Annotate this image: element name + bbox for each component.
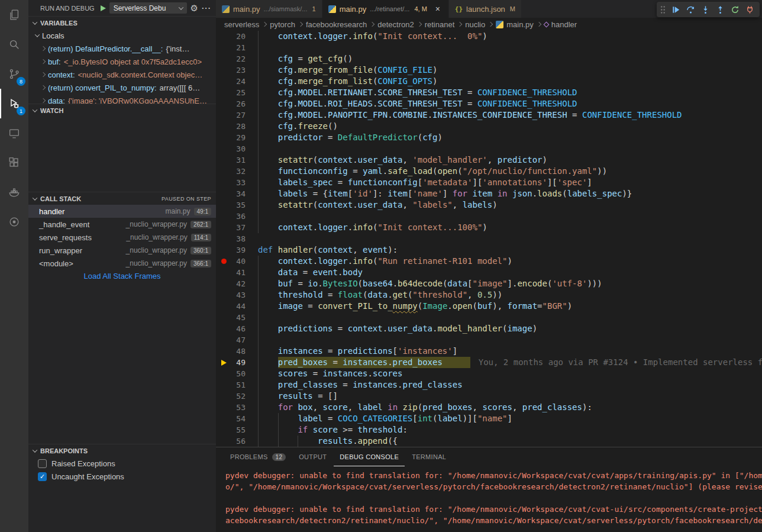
gutter-glyph-margin[interactable]	[216, 312, 231, 323]
line-number[interactable]: 39	[231, 244, 246, 256]
stack-frame[interactable]: <module>_nuclio_wrapper.py366:1	[28, 257, 216, 270]
gear-icon[interactable]: ⚙	[190, 3, 198, 14]
gutter-glyph-margin[interactable]	[216, 413, 231, 424]
panel-tab-output[interactable]: OUTPUT	[293, 447, 332, 466]
gutter-glyph-margin[interactable]	[216, 244, 231, 256]
line-number[interactable]: 21	[231, 42, 246, 53]
gutter-glyph-margin[interactable]	[216, 278, 231, 289]
line-number[interactable]: 23	[231, 65, 246, 76]
code-line[interactable]: 45	[216, 312, 762, 323]
line-number[interactable]: 33	[231, 177, 246, 188]
line-number[interactable]: 34	[231, 188, 246, 199]
code-line[interactable]: 34labels = {item['id']: item['name'] for…	[216, 188, 762, 199]
code-line[interactable]: 24cfg.merge_from_list(CONFIG_OPTS)	[216, 76, 762, 87]
stack-frame[interactable]: run_wrapper_nuclio_wrapper.py360:1	[28, 244, 216, 257]
activity-source-control[interactable]: 8	[0, 59, 28, 89]
continue-button[interactable]	[669, 3, 682, 16]
line-number[interactable]: 48	[231, 346, 246, 357]
line-number[interactable]: 36	[231, 211, 246, 222]
gutter-glyph-margin[interactable]	[216, 346, 231, 357]
gutter-glyph-margin[interactable]	[216, 98, 231, 109]
code-line[interactable]: 47	[216, 334, 762, 346]
line-number[interactable]: 44	[231, 301, 246, 312]
code-line[interactable]: 35setattr(context.user_data, "labels", l…	[216, 199, 762, 211]
call-stack-section-header[interactable]: CALL STACK PAUSED ON STEP	[28, 192, 216, 205]
breadcrumb-item-main-py[interactable]: main.py	[496, 20, 534, 29]
line-number[interactable]: 49	[231, 357, 246, 368]
code-line[interactable]: 25cfg.MODEL.RETINANET.SCORE_THRESH_TEST …	[216, 87, 762, 98]
gutter-glyph-margin[interactable]	[216, 87, 231, 98]
gutter-glyph-margin[interactable]	[216, 402, 231, 413]
gutter-glyph-margin[interactable]	[216, 436, 231, 447]
chevron-right-icon[interactable]	[41, 85, 46, 90]
line-number[interactable]: 55	[231, 424, 246, 436]
line-number[interactable]: 42	[231, 278, 246, 289]
gutter-glyph-margin[interactable]	[216, 323, 231, 334]
activity-docker[interactable]	[0, 178, 28, 207]
code-line[interactable]: 42buf = io.BytesIO(base64.b64decode(data…	[216, 278, 762, 289]
breadcrumb-item-facebookresearch[interactable]: facebookresearch	[306, 20, 367, 29]
breakpoints-section-header[interactable]: BREAKPOINTS	[28, 444, 216, 457]
gutter-glyph-margin[interactable]	[216, 233, 231, 244]
activity-circle-extension[interactable]	[0, 207, 28, 237]
gutter-glyph-margin[interactable]	[216, 289, 231, 301]
gutter-glyph-margin[interactable]	[216, 334, 231, 346]
code-line[interactable]: 28cfg.freeze()	[216, 121, 762, 132]
code-line[interactable]: 51pred_classes = instances.pred_classes	[216, 379, 762, 391]
code-line[interactable]: 37context.logger.info("Init context...10…	[216, 222, 762, 233]
line-number[interactable]: 47	[231, 334, 246, 346]
line-number[interactable]: 24	[231, 76, 246, 87]
line-number[interactable]: 20	[231, 31, 246, 42]
line-number[interactable]: 54	[231, 413, 246, 424]
variable-row[interactable]: (return) convert_PIL_to_numpy:array([[[ …	[28, 81, 216, 94]
code-line[interactable]: 20context.logger.info("Init context... 0…	[216, 31, 762, 42]
activity-extensions[interactable]	[0, 148, 28, 178]
checkbox[interactable]: ✓	[38, 472, 47, 481]
variable-row[interactable]: data:{'image': 'iVBORw0KGgoAAAANSUhE…	[28, 94, 216, 104]
code-line[interactable]: 40context.logger.info("Run retinanet-R10…	[216, 256, 762, 267]
chevron-right-icon[interactable]	[41, 59, 46, 64]
gutter-glyph-margin[interactable]	[216, 368, 231, 379]
scope-locals[interactable]: Locals	[28, 29, 216, 42]
code-line[interactable]: 46predictions = context.user_data.model_…	[216, 323, 762, 334]
code-line[interactable]: 48instances = predictions['instances']	[216, 346, 762, 357]
gutter-glyph-margin[interactable]	[216, 357, 231, 368]
code-line[interactable]: 39def handler(context, event):	[216, 244, 762, 256]
line-number[interactable]: 51	[231, 379, 246, 391]
watch-section-header[interactable]: WATCH	[28, 104, 216, 117]
code-line[interactable]: 31setattr(context.user_data, 'model_hand…	[216, 154, 762, 166]
checkbox[interactable]	[38, 459, 47, 468]
step-out-button[interactable]	[713, 3, 727, 16]
disconnect-button[interactable]	[743, 3, 756, 16]
line-number[interactable]: 31	[231, 154, 246, 166]
line-number[interactable]: 43	[231, 289, 246, 301]
gutter-glyph-margin[interactable]	[216, 301, 231, 312]
line-number[interactable]: 53	[231, 402, 246, 413]
line-number[interactable]: 38	[231, 233, 246, 244]
breakpoint-row[interactable]: ✓Uncaught Exceptions	[28, 470, 216, 483]
gutter-glyph-margin[interactable]	[216, 188, 231, 199]
line-number[interactable]: 56	[231, 436, 246, 447]
gutter-glyph-margin[interactable]	[216, 199, 231, 211]
breadcrumb-item-handler[interactable]: handler	[544, 20, 577, 29]
code-line[interactable]: 21	[216, 42, 762, 53]
stack-frame[interactable]: serve_requests_nuclio_wrapper.py114:1	[28, 231, 216, 244]
line-number[interactable]: 30	[231, 143, 246, 154]
code-line[interactable]: 32functionconfig = yaml.safe_load(open("…	[216, 166, 762, 177]
line-number[interactable]: 45	[231, 312, 246, 323]
gutter-glyph-margin[interactable]	[216, 143, 231, 154]
breadcrumb-item-detectron2[interactable]: detectron2	[377, 20, 414, 29]
variable-row[interactable]: buf:<_io.BytesIO object at 0x7f5a2dc1ecc…	[28, 55, 216, 68]
activity-remote-explorer[interactable]	[0, 118, 28, 148]
code-line[interactable]: 53for box, score, label in zip(pred_boxe…	[216, 402, 762, 413]
line-number[interactable]: 28	[231, 121, 246, 132]
code-line[interactable]: 22cfg = get_cfg()	[216, 53, 762, 65]
gutter-glyph-margin[interactable]	[216, 154, 231, 166]
line-number[interactable]: 46	[231, 323, 246, 334]
code-line[interactable]: 26cfg.MODEL.ROI_HEADS.SCORE_THRESH_TEST …	[216, 98, 762, 109]
code-area[interactable]: 20context.logger.info("Init context... 0…	[216, 31, 762, 447]
chevron-right-icon[interactable]	[41, 72, 46, 77]
gutter-glyph-margin[interactable]	[216, 53, 231, 65]
activity-explorer[interactable]	[0, 0, 28, 30]
gutter-glyph-margin[interactable]	[216, 42, 231, 53]
